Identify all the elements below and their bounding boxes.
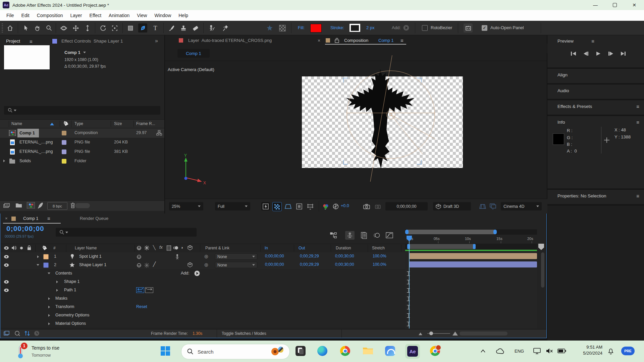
path-in-icon[interactable] — [136, 287, 144, 293]
layer-bar-shape-layer[interactable] — [409, 261, 537, 267]
auto-open-checkbox[interactable]: ✓ — [482, 25, 487, 31]
properties-title[interactable]: Properties: No Selection — [557, 193, 606, 198]
project-item-name[interactable]: Comp 1 — [17, 129, 39, 137]
collapse-layer-chevron[interactable] — [37, 264, 39, 266]
expand-chevron[interactable] — [48, 297, 50, 300]
zoom-in-mountain-icon[interactable] — [452, 331, 458, 336]
app-icon-dark-square[interactable] — [296, 346, 306, 357]
project-row-solids[interactable]: Solids Folder — [0, 157, 164, 166]
info-menu-icon[interactable]: ≡ — [636, 119, 639, 125]
timeline-search-field[interactable] — [56, 228, 197, 237]
work-area-bar[interactable] — [409, 244, 474, 249]
app-icon-maxon[interactable] — [385, 346, 396, 357]
notification-bell-icon[interactable] — [608, 348, 614, 355]
toggle-switches-modes-button[interactable]: Toggle Switches / Modes — [217, 329, 342, 338]
add-play-icon[interactable] — [402, 24, 410, 32]
taskbar-search[interactable]: Search — [181, 344, 290, 359]
expand-chevron[interactable] — [48, 306, 50, 308]
first-frame-button[interactable] — [570, 50, 578, 57]
project-row-png2[interactable]: ETERNAL_....png PNG file 381 KB — [0, 147, 164, 157]
region-of-interest-icon[interactable] — [295, 202, 304, 210]
layer-name[interactable]: Shape Layer 1 — [79, 262, 106, 267]
app-icon-chrome-profile[interactable] — [430, 346, 441, 357]
column-number[interactable]: # — [53, 246, 56, 250]
transparency-grid-toggle[interactable] — [278, 23, 287, 33]
project-item-name[interactable]: Solids — [19, 159, 31, 163]
property-row-masks[interactable]: Masks — [0, 294, 405, 303]
magnification-dropdown[interactable]: 25% — [169, 202, 203, 210]
column-out[interactable]: Out — [299, 246, 305, 250]
navigator-right-handle[interactable] — [493, 230, 497, 234]
fill-label[interactable]: Fill: — [298, 25, 305, 30]
property-name[interactable]: Transform — [55, 304, 74, 309]
column-frame-rate[interactable]: Frame R... — [136, 121, 155, 126]
layer-row-shape-layer[interactable]: 2 Shape Layer 1 ╱ ◎ None 0;00;00;00 0;00… — [0, 261, 405, 269]
frame-blend-icon[interactable] — [359, 231, 369, 240]
project-row-comp1[interactable]: Comp 1 Composition 29.97 — [0, 128, 164, 138]
label-color-swatch[interactable] — [62, 149, 66, 154]
layer-out-value[interactable]: 0;00;29;29 — [300, 262, 319, 267]
puppet-pin-tool[interactable] — [221, 23, 230, 33]
search-options-chevron[interactable] — [65, 232, 68, 233]
app-icon-edge[interactable] — [317, 346, 328, 357]
tab-timeline-comp1[interactable]: Comp 1 — [23, 216, 39, 221]
property-row-contents[interactable]: Contents Add: — [0, 269, 405, 278]
playhead-line[interactable] — [409, 237, 410, 328]
column-parent-link[interactable]: Parent & Link — [205, 246, 229, 250]
layer-in-value[interactable]: 0;00;00;00 — [265, 254, 284, 258]
property-name[interactable]: Shape 1 — [64, 279, 80, 284]
layer-name[interactable]: Spot Light 1 — [79, 254, 102, 259]
guides-grid-options-icon[interactable] — [306, 202, 315, 210]
home-tool[interactable] — [5, 23, 14, 33]
graph-editor-icon[interactable] — [385, 231, 394, 240]
last-frame-button[interactable] — [619, 50, 627, 57]
layer-out-value[interactable]: 0;00;29;29 — [300, 254, 319, 258]
project-comp-name[interactable]: Comp 1 — [64, 50, 86, 55]
draft-3d-toggle[interactable]: Draft 3D — [433, 202, 471, 210]
next-frame-button[interactable] — [607, 50, 615, 57]
tab-render-queue[interactable]: Render Queue — [80, 216, 108, 221]
shy-switch[interactable] — [137, 263, 142, 268]
label-color-swatch[interactable] — [62, 131, 66, 135]
play-button[interactable] — [594, 50, 602, 57]
timeline-vscroll-thumb[interactable] — [541, 252, 544, 288]
property-name[interactable]: Material Options — [55, 321, 86, 326]
app-icon-file-explorer[interactable] — [363, 346, 373, 357]
menu-edit[interactable]: Edit — [18, 13, 33, 18]
property-name[interactable]: Masks — [55, 296, 67, 301]
bit-depth-button[interactable]: 8 bpc — [47, 202, 67, 210]
zoom-tool[interactable] — [44, 23, 53, 33]
parent-pickwhip-icon[interactable]: ◎ — [204, 254, 208, 259]
renderer-dropdown[interactable]: Cinema 4D — [501, 202, 542, 210]
menu-animation[interactable]: Animation — [105, 13, 133, 18]
menu-composition[interactable]: Composition — [33, 13, 67, 18]
viewer-timecode[interactable]: 0;00;00;00 — [385, 202, 428, 210]
multi-view-icon[interactable] — [488, 202, 497, 210]
project-row-png1[interactable]: ETERNAL_....png PNG file 204 KB — [0, 138, 164, 147]
type-tool[interactable]: T — [151, 23, 160, 33]
fill-color-swatch[interactable] — [310, 24, 322, 33]
layer-duration-value[interactable]: 0;00;30;00 — [335, 254, 354, 258]
effects-presets-menu-icon[interactable]: ≡ — [636, 104, 639, 109]
stroke-label[interactable]: Stroke: — [330, 25, 344, 30]
rotation-tool[interactable] — [98, 23, 107, 33]
layer-label-swatch[interactable] — [43, 254, 49, 259]
timeline-zoom-slider-handle[interactable] — [429, 331, 433, 335]
column-size[interactable]: Size — [114, 121, 122, 126]
menu-help[interactable]: Help — [175, 13, 192, 18]
motion-sketch-icon[interactable] — [345, 231, 355, 240]
work-area-end-handle[interactable] — [473, 244, 476, 249]
shy-switch[interactable] — [137, 254, 142, 259]
property-row-geometry[interactable]: Geometry Options — [0, 311, 405, 320]
align-title[interactable]: Align — [557, 72, 568, 77]
light-switch-icon[interactable] — [175, 254, 179, 259]
panel-overflow-chevron[interactable]: » — [155, 38, 158, 44]
property-row-shape1[interactable]: Shape 1 — [0, 278, 405, 286]
comp-marker-bin[interactable] — [538, 244, 544, 250]
path-out-icon[interactable] — [145, 287, 153, 293]
pre-release-badge[interactable]: PRE — [621, 347, 635, 355]
property-name[interactable]: Geometry Options — [55, 313, 89, 317]
layer-duration-value[interactable]: 0;00;30;00 — [335, 262, 354, 267]
pen-tool[interactable] — [138, 23, 147, 33]
toggle-render-time-pane-icon[interactable] — [34, 330, 40, 336]
